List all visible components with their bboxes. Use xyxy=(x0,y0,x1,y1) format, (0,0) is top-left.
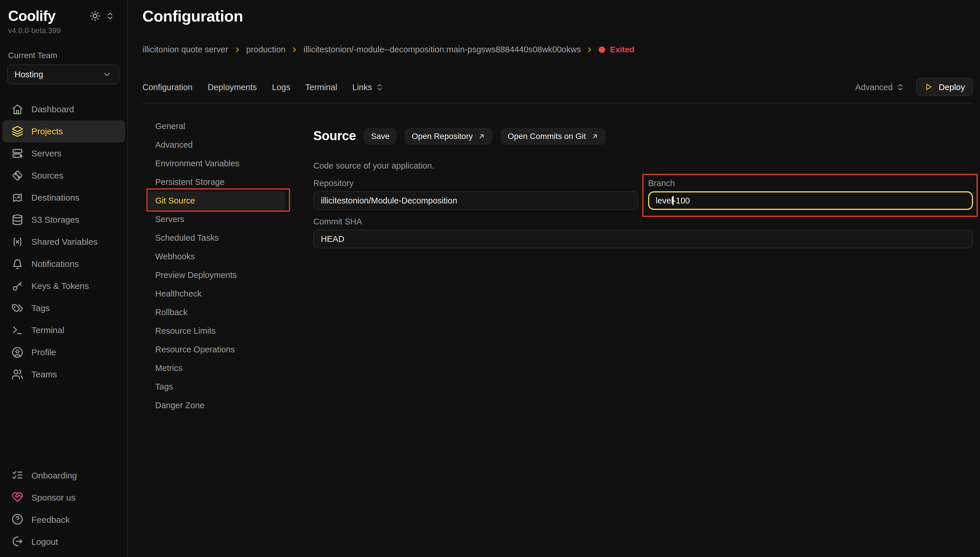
subnav-item-persistent-storage[interactable]: Persistent Storage xyxy=(148,173,285,191)
commit-sha-input[interactable] xyxy=(313,230,973,248)
source-header: Source Save Open Repository Open Commits… xyxy=(313,118,973,155)
map-icon xyxy=(11,192,23,203)
subnav-item-tags[interactable]: Tags xyxy=(148,377,285,396)
sidebar-item-label: Notifications xyxy=(31,259,79,269)
help-circle-icon xyxy=(11,513,23,525)
commit-sha-field: Commit SHA xyxy=(313,216,973,248)
branch-input[interactable] xyxy=(648,191,973,210)
sidebar-item-servers[interactable]: Servers xyxy=(2,142,125,164)
sidebar-nav: Dashboard Projects Servers Sources xyxy=(0,98,127,385)
advanced-dropdown[interactable]: Advanced xyxy=(855,82,904,91)
tabs-actions: Advanced Deploy xyxy=(855,78,973,96)
subnav-item-servers[interactable]: Servers xyxy=(148,210,285,228)
sidebar-item-label: Sponsor us xyxy=(31,492,76,502)
home-icon xyxy=(11,103,23,115)
subnav-label: Webhooks xyxy=(155,252,195,261)
team-select[interactable]: Hosting xyxy=(7,64,119,84)
subnav-label: Danger Zone xyxy=(155,401,204,410)
play-icon xyxy=(924,83,933,91)
users-icon xyxy=(11,368,23,380)
theme-controls xyxy=(89,10,114,21)
sidebar-item-tags[interactable]: Tags xyxy=(2,297,125,319)
terminal-icon xyxy=(11,324,23,336)
sidebar-item-profile[interactable]: Profile xyxy=(2,341,125,363)
subnav-label: Metrics xyxy=(155,363,182,373)
subnav-item-git-source[interactable]: Git Source xyxy=(148,191,285,210)
subnav-label: Scheduled Tasks xyxy=(155,233,219,243)
sidebar-item-logout[interactable]: Logout xyxy=(2,530,125,552)
tags-icon xyxy=(11,302,23,314)
subnav-label: Resource Operations xyxy=(155,345,235,354)
tab-label: Terminal xyxy=(306,82,337,91)
open-repository-button[interactable]: Open Repository xyxy=(405,128,492,145)
subnav-label: General xyxy=(155,122,185,131)
layers-icon xyxy=(11,125,23,137)
subnav-item-preview-deployments[interactable]: Preview Deployments xyxy=(148,266,285,284)
sidebar-item-feedback[interactable]: Feedback xyxy=(2,508,125,530)
subnav-item-general[interactable]: General xyxy=(148,117,285,135)
main-area: Configuration illicitonion quote server … xyxy=(128,0,980,557)
sidebar-item-s3-storages[interactable]: S3 Storages xyxy=(2,208,125,231)
sidebar-item-terminal[interactable]: Terminal xyxy=(2,319,125,341)
theme-switcher-chevrons-icon[interactable] xyxy=(106,11,114,20)
sidebar-item-keys-tokens[interactable]: Keys & Tokens xyxy=(2,275,125,297)
sun-icon[interactable] xyxy=(89,10,101,21)
key-icon xyxy=(11,280,23,292)
subnav-item-danger-zone[interactable]: Danger Zone xyxy=(148,396,285,415)
subnav-item-webhooks[interactable]: Webhooks xyxy=(148,247,285,266)
chevron-right-icon xyxy=(291,46,298,53)
branch-field: Branch xyxy=(648,178,973,210)
text-cursor xyxy=(673,195,674,205)
subnav-item-advanced[interactable]: Advanced xyxy=(148,135,285,154)
sidebar-item-dashboard[interactable]: Dashboard xyxy=(2,98,125,120)
source-description: Code source of your application. xyxy=(313,161,973,170)
sidebar-item-shared-variables[interactable]: Shared Variables xyxy=(2,231,125,252)
breadcrumb: illicitonion quote server production ill… xyxy=(142,45,973,54)
status-badge: Exited xyxy=(599,45,634,54)
parentheses-x-icon xyxy=(11,236,23,248)
breadcrumb-project[interactable]: illicitonion quote server xyxy=(142,45,228,54)
source-panel: Source Save Open Repository Open Commits… xyxy=(313,118,973,557)
sidebar-item-notifications[interactable]: Notifications xyxy=(2,252,125,275)
repository-input[interactable] xyxy=(313,191,638,210)
breadcrumb-resource[interactable]: illicitestonion/-module--decomposition:m… xyxy=(304,45,581,54)
database-icon xyxy=(11,214,23,225)
sidebar-item-sponsor-us[interactable]: Sponsor us xyxy=(2,486,125,508)
sidebar-item-label: Tags xyxy=(31,303,50,313)
subnav-label: Environment Variables xyxy=(155,159,239,168)
subnav-item-environment-variables[interactable]: Environment Variables xyxy=(148,154,285,173)
sidebar-item-label: Logout xyxy=(31,536,58,546)
tab-logs[interactable]: Logs xyxy=(272,82,290,91)
server-icon xyxy=(11,147,23,159)
sidebar-footer-nav: Onboarding Sponsor us Feedback Logout xyxy=(0,464,127,552)
sidebar-item-teams[interactable]: Teams xyxy=(2,363,125,385)
subnav-item-rollback[interactable]: Rollback xyxy=(148,303,285,321)
subnav-item-metrics[interactable]: Metrics xyxy=(148,359,285,377)
subnav-item-resource-limits[interactable]: Resource Limits xyxy=(148,321,285,340)
deploy-button[interactable]: Deploy xyxy=(916,78,973,96)
open-commits-label: Open Commits on Git xyxy=(508,132,586,141)
subnav-item-resource-operations[interactable]: Resource Operations xyxy=(148,340,285,359)
sidebar-item-label: S3 Storages xyxy=(31,215,80,225)
tab-links[interactable]: Links xyxy=(352,82,384,91)
tab-deployments[interactable]: Deployments xyxy=(208,82,257,91)
sidebar-item-label: Teams xyxy=(31,369,57,379)
repository-label: Repository xyxy=(313,178,638,188)
sidebar-item-projects[interactable]: Projects xyxy=(2,120,125,142)
sidebar-item-onboarding[interactable]: Onboarding xyxy=(2,464,125,486)
save-button[interactable]: Save xyxy=(364,128,397,145)
sidebar-item-sources[interactable]: Sources xyxy=(2,164,125,186)
subnav-item-healthcheck[interactable]: Healthcheck xyxy=(148,284,285,303)
breadcrumb-environment[interactable]: production xyxy=(246,45,285,54)
subnav-item-scheduled-tasks[interactable]: Scheduled Tasks xyxy=(148,228,285,247)
sidebar-item-label: Sources xyxy=(31,170,63,180)
sidebar-item-destinations[interactable]: Destinations xyxy=(2,186,125,208)
sidebar-item-label: Terminal xyxy=(31,325,64,335)
tab-configuration[interactable]: Configuration xyxy=(142,82,193,91)
tabs: Configuration Deployments Logs Terminal … xyxy=(142,82,384,91)
subnav-label: Git Source xyxy=(155,196,195,205)
tab-label: Configuration xyxy=(142,82,193,91)
deploy-label: Deploy xyxy=(939,82,965,91)
open-commits-button[interactable]: Open Commits on Git xyxy=(501,128,606,145)
tab-terminal[interactable]: Terminal xyxy=(306,82,337,91)
